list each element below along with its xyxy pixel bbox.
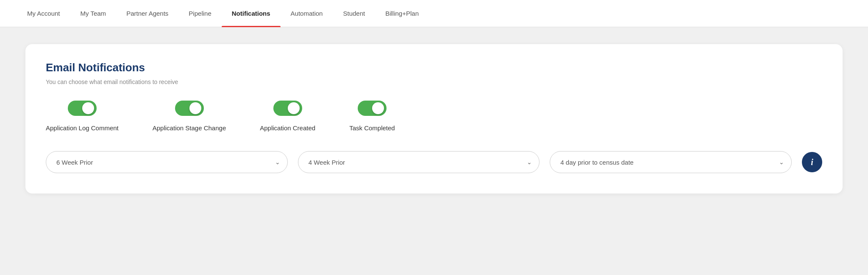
toggle-label-app-log-comment: Application Log Comment: [46, 123, 119, 132]
dropdowns-row: 6 Week Prior4 Week Prior2 Week Prior1 We…: [46, 151, 822, 173]
toggle-app-created[interactable]: [273, 101, 302, 116]
toggle-app-stage-change[interactable]: [175, 101, 204, 116]
card-title: Email Notifications: [46, 61, 822, 74]
dropdown-dropdown-1[interactable]: 6 Week Prior4 Week Prior2 Week Prior1 We…: [46, 151, 288, 173]
toggle-label-task-completed: Task Completed: [349, 123, 395, 132]
toggle-label-app-stage-change: Application Stage Change: [153, 123, 226, 132]
toggle-item-app-log-comment: Application Log Comment: [46, 101, 119, 132]
info-button[interactable]: i: [802, 152, 822, 172]
nav-item-student[interactable]: Student: [333, 0, 375, 27]
dropdown-wrapper-dropdown-3: 4 day prior to census date7 day prior to…: [550, 151, 792, 173]
toggle-item-app-stage-change: Application Stage Change: [153, 101, 226, 132]
nav-item-partner-agents[interactable]: Partner Agents: [116, 0, 178, 27]
toggles-row: Application Log CommentApplication Stage…: [46, 101, 822, 132]
dropdown-wrapper-dropdown-1: 6 Week Prior4 Week Prior2 Week Prior1 We…: [46, 151, 288, 173]
nav-item-notifications[interactable]: Notifications: [222, 0, 281, 27]
nav-item-pipeline[interactable]: Pipeline: [178, 0, 221, 27]
main-nav: My AccountMy TeamPartner AgentsPipelineN…: [0, 0, 868, 27]
dropdown-dropdown-3[interactable]: 4 day prior to census date7 day prior to…: [550, 151, 792, 173]
nav-item-billing-plan[interactable]: Billing+Plan: [375, 0, 429, 27]
toggle-app-log-comment[interactable]: [68, 101, 97, 116]
nav-item-automation[interactable]: Automation: [281, 0, 333, 27]
email-notifications-card: Email Notifications You can choose what …: [25, 44, 843, 194]
nav-item-my-team[interactable]: My Team: [70, 0, 117, 27]
nav-item-my-account[interactable]: My Account: [17, 0, 70, 27]
dropdown-dropdown-2[interactable]: 6 Week Prior4 Week Prior2 Week Prior1 We…: [298, 151, 540, 173]
toggle-item-app-created: Application Created: [260, 101, 315, 132]
dropdown-wrapper-dropdown-2: 6 Week Prior4 Week Prior2 Week Prior1 We…: [298, 151, 540, 173]
toggle-item-task-completed: Task Completed: [349, 101, 395, 132]
card-subtitle: You can choose what email notifications …: [46, 79, 822, 85]
toggle-label-app-created: Application Created: [260, 123, 315, 132]
toggle-task-completed[interactable]: [358, 101, 387, 116]
main-content: Email Notifications You can choose what …: [0, 27, 868, 210]
